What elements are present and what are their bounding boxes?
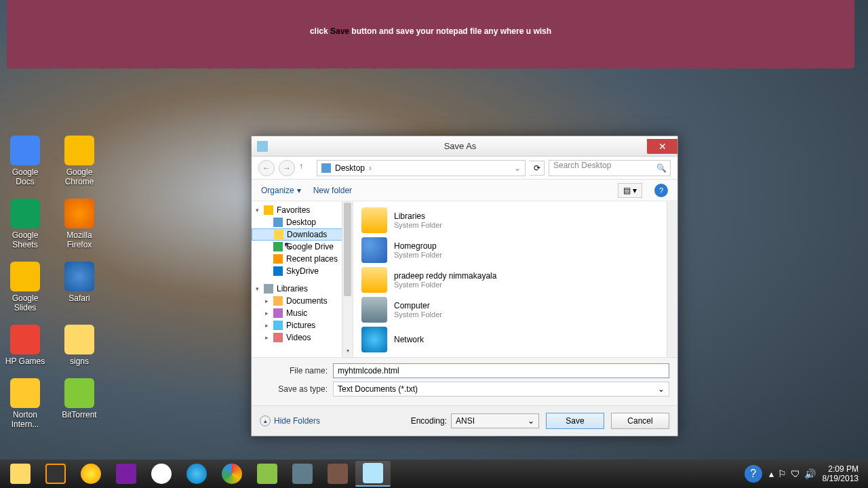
file-item[interactable]: HomegroupSystem Folder (353, 235, 677, 265)
instruction-banner: click Save button and save your notepad … (7, 0, 854, 68)
tree-item[interactable]: ▸Videos (252, 331, 353, 344)
taskbar-notepad[interactable] (355, 461, 391, 487)
saveas-type-select[interactable]: Text Documents (*.txt)⌄ (333, 382, 669, 396)
search-icon: 🔍 (656, 163, 667, 173)
nav-tree: ▾Favorites DesktopDownloadsGoogle DriveR… (252, 201, 353, 357)
desktop-icon[interactable]: Google Docs (4, 136, 46, 186)
new-folder-button[interactable]: New folder (313, 186, 352, 195)
help-icon[interactable]: ? (745, 465, 762, 483)
desktop-icon (321, 163, 331, 173)
dialog-title: Save As (273, 141, 647, 151)
encoding-label: Encoding: (411, 416, 447, 426)
taskbar-explorer[interactable] (3, 461, 38, 487)
file-item[interactable]: pradeep reddy nimmakayalaSystem Folder (353, 265, 677, 295)
tree-item[interactable]: Desktop (252, 216, 353, 228)
taskbar-app[interactable] (108, 461, 144, 487)
breadcrumb[interactable]: Desktop › ⌄ (317, 160, 526, 176)
encoding-select[interactable]: ANSI⌄ (451, 413, 539, 428)
tree-item[interactable]: ▸Pictures (252, 319, 353, 331)
taskbar-app[interactable] (285, 461, 320, 487)
view-button[interactable]: ▤ ▾ (618, 183, 642, 198)
file-item[interactable]: Network (353, 325, 677, 354)
taskbar-app[interactable] (250, 461, 285, 487)
chevron-down-icon: ⌄ (658, 384, 665, 394)
close-button[interactable]: ✕ (647, 139, 677, 154)
saveas-label: Save as type: (260, 384, 328, 394)
cancel-button[interactable]: Cancel (611, 413, 669, 429)
tree-item[interactable]: ▸Documents (252, 295, 353, 307)
desktop-icon[interactable]: Norton Intern... (4, 378, 46, 429)
tree-item[interactable]: Recent places (252, 253, 353, 265)
taskbar-app[interactable] (38, 461, 73, 487)
chevron-down-icon[interactable]: ⌄ (514, 163, 521, 173)
organize-menu[interactable]: Organize ▾ (261, 186, 301, 195)
tree-libraries[interactable]: ▾Libraries (252, 283, 353, 295)
file-list: LibrariesSystem FolderHomegroupSystem Fo… (353, 201, 677, 357)
taskbar-app[interactable] (320, 461, 355, 487)
chevron-right-icon: › (369, 163, 372, 173)
chevron-down-icon: ⌄ (528, 416, 534, 426)
save-as-dialog: Save As ✕ ← → ↑ Desktop › ⌄ ⟳ Search Des… (251, 136, 678, 436)
back-button[interactable]: ← (258, 160, 275, 176)
taskbar-ie[interactable] (179, 461, 214, 487)
clock[interactable]: 2:09 PM8/19/2013 (823, 464, 859, 484)
tree-item[interactable]: Downloads (252, 228, 353, 241)
tree-item[interactable]: Google Drive (252, 241, 353, 253)
filelist-scrollbar[interactable] (667, 201, 677, 357)
filename-input[interactable] (333, 363, 669, 378)
taskbar-chrome[interactable] (214, 461, 250, 487)
taskbar-hp[interactable] (144, 461, 179, 487)
filename-label: File name: (260, 366, 328, 375)
desktop-icon[interactable]: Google Slides (4, 262, 46, 312)
desktop-icons: Google DocsGoogle ChromeGoogle SheetsMoz… (4, 136, 100, 441)
titlebar[interactable]: Save As ✕ (252, 136, 677, 157)
desktop-icon[interactable]: Mozilla Firefox (58, 199, 100, 249)
tree-item[interactable]: SkyDrive (252, 265, 353, 277)
taskbar: ? ▴⚐🛡🔊 2:09 PM8/19/2013 (0, 460, 868, 488)
file-item[interactable]: ComputerSystem Folder (353, 295, 677, 325)
taskbar-app[interactable] (73, 461, 108, 487)
hide-folders-button[interactable]: ▴Hide Folders (260, 415, 320, 426)
file-item[interactable]: LibrariesSystem Folder (353, 205, 677, 235)
desktop-icon[interactable]: Google Chrome (58, 136, 100, 186)
desktop-icon[interactable]: Google Sheets (4, 199, 46, 249)
help-button[interactable]: ? (654, 184, 668, 197)
save-button[interactable]: Save (546, 413, 604, 429)
up-button[interactable]: ↑ (299, 161, 313, 175)
search-input[interactable]: Search Desktop 🔍 (549, 160, 671, 176)
forward-button[interactable]: → (279, 160, 295, 176)
notepad-icon (257, 141, 268, 152)
system-tray[interactable]: ▴⚐🛡🔊 (769, 468, 816, 479)
tree-scrollbar[interactable]: ▴▾ (342, 201, 353, 357)
refresh-button[interactable]: ⟳ (530, 161, 545, 176)
chevron-down-icon: ▾ (297, 186, 301, 195)
tree-item[interactable]: ▸Music (252, 307, 353, 319)
desktop-icon[interactable]: signs (58, 325, 100, 366)
toolbar: Organize ▾ New folder ▤ ▾ ? (252, 180, 677, 201)
nav-bar: ← → ↑ Desktop › ⌄ ⟳ Search Desktop 🔍 (252, 157, 677, 180)
tree-favorites[interactable]: ▾Favorites (252, 204, 353, 216)
desktop-icon[interactable]: Safari (58, 262, 100, 312)
desktop-icon[interactable]: BitTorrent (58, 378, 100, 429)
desktop-icon[interactable]: HP Games (4, 325, 46, 366)
